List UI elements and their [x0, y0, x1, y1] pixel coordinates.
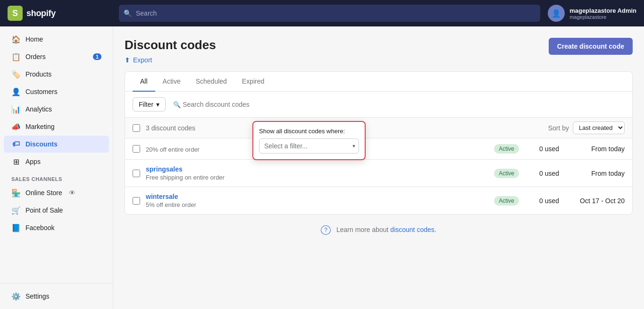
- logo-text: shopify: [26, 9, 56, 18]
- filter-select[interactable]: Select a filter...: [259, 138, 359, 154]
- sidebar-item-label: Facebook: [25, 224, 54, 232]
- filter-button[interactable]: Filter ▾: [133, 97, 166, 112]
- discount-search-input[interactable]: [169, 98, 625, 111]
- tab-expired[interactable]: Expired: [234, 72, 272, 92]
- discounts-icon: 🏷: [11, 139, 21, 149]
- filter-dropdown: Show all discount codes where: Select a …: [252, 121, 366, 160]
- sidebar-item-label: Point of Sale: [25, 206, 63, 214]
- orders-icon: 📋: [11, 52, 21, 61]
- used-count: 0 used: [530, 197, 568, 205]
- home-icon: 🏠: [11, 34, 21, 44]
- sidebar-nav: 🏠 Home 📋 Orders 1 🏷️ Products 👤 Customer…: [0, 26, 113, 240]
- sidebar-item-label: Home: [25, 35, 43, 43]
- sidebar-item-products[interactable]: 🏷️ Products: [4, 66, 109, 83]
- date-range: From today: [568, 145, 625, 153]
- sort-select[interactable]: Last created: [573, 121, 625, 134]
- discount-info: wintersale 5% off entire order: [146, 193, 483, 208]
- avatar: 👤: [548, 5, 565, 22]
- sidebar-item-label: Customers: [25, 88, 58, 95]
- sidebar-item-label: Discounts: [25, 140, 58, 148]
- orders-badge: 1: [93, 53, 101, 60]
- discount-desc: Free shipping on entire order: [146, 174, 483, 181]
- table-header: 3 discount codes Sort by Last created: [125, 118, 632, 138]
- table-row: wintersale 5% off entire order Active 0 …: [125, 187, 632, 214]
- shopify-logo-icon: S: [8, 6, 23, 21]
- discount-name[interactable]: springsales: [146, 165, 483, 173]
- discount-desc: 5% off entire order: [146, 201, 483, 208]
- footer-learn-text: Learn more about: [336, 226, 390, 233]
- codes-count-label: 3 discount codes: [146, 124, 195, 132]
- point-of-sale-icon: 🛒: [11, 206, 21, 215]
- row-checkbox-0[interactable]: [133, 145, 140, 153]
- sidebar-item-discounts[interactable]: 🏷 Discounts: [4, 136, 109, 153]
- tabs-container: AllActiveScheduledExpired: [125, 72, 632, 92]
- table-row: springsales Free shipping on entire orde…: [125, 160, 632, 187]
- user-info: mageplazastore Admin mageplazastore: [569, 7, 636, 20]
- filter-dropdown-title: Show all discount codes where:: [259, 128, 359, 135]
- sidebar-item-label: Apps: [25, 158, 41, 165]
- user-store: mageplazastore: [569, 14, 636, 20]
- sidebar-item-facebook[interactable]: 📘 Facebook: [4, 219, 109, 236]
- filter-label: Filter: [139, 101, 153, 108]
- status-badge: Active: [494, 196, 519, 206]
- tab-all[interactable]: All: [133, 72, 155, 92]
- sidebar-item-label: Orders: [25, 53, 46, 60]
- page-title: Discount codes: [125, 38, 216, 52]
- sidebar-item-label: Analytics: [25, 105, 52, 113]
- sidebar-item-label: Online Store: [25, 189, 62, 197]
- products-icon: 🏷️: [11, 69, 21, 79]
- facebook-icon: 📘: [11, 223, 21, 232]
- sort-by-label: Sort by: [548, 124, 569, 132]
- filter-select-wrap: Select a filter... ▾: [259, 138, 359, 154]
- settings-icon: ⚙️: [11, 292, 21, 301]
- sidebar-item-home[interactable]: 🏠 Home: [4, 31, 109, 48]
- page-header: Discount codes ⬆ Export Create discount …: [125, 38, 633, 66]
- discount-codes-link[interactable]: discount codes.: [390, 226, 436, 233]
- create-discount-code-button[interactable]: Create discount code: [549, 38, 633, 55]
- sidebar-item-label: Products: [25, 70, 51, 78]
- tab-scheduled[interactable]: Scheduled: [188, 72, 234, 92]
- user-area: 👤 mageplazastore Admin mageplazastore: [548, 5, 636, 22]
- status-badge: Active: [494, 144, 519, 154]
- export-button[interactable]: ⬆ Export: [125, 54, 152, 66]
- analytics-icon: 📊: [11, 104, 21, 114]
- sidebar-item-marketing[interactable]: 📣 Marketing: [4, 118, 109, 135]
- online-store-icon: 🏪: [11, 188, 21, 197]
- sidebar-item-analytics[interactable]: 📊 Analytics: [4, 101, 109, 118]
- sidebar-item-label: Settings: [25, 292, 50, 300]
- discount-info: springsales Free shipping on entire orde…: [146, 165, 483, 181]
- sort-area: Sort by Last created: [548, 121, 625, 134]
- sidebar-item-customers[interactable]: 👤 Customers: [4, 83, 109, 100]
- question-icon: ?: [321, 225, 331, 235]
- discount-name[interactable]: wintersale: [146, 193, 483, 200]
- sidebar: 🏠 Home 📋 Orders 1 🏷️ Products 👤 Customer…: [0, 26, 113, 309]
- sidebar-item-orders[interactable]: 📋 Orders 1: [4, 48, 109, 65]
- export-label: Export: [133, 56, 152, 64]
- sidebar-item-apps[interactable]: ⊞ Apps: [4, 153, 109, 170]
- eye-icon: 👁: [69, 189, 75, 197]
- sidebar-item-label: Marketing: [25, 123, 54, 130]
- filter-chevron-icon: ▾: [156, 101, 159, 108]
- row-checkbox-2[interactable]: [133, 197, 140, 205]
- user-name: mageplazastore Admin: [569, 7, 636, 14]
- discount-codes-card: AllActiveScheduledExpired Filter ▾ 🔍 3 d…: [125, 71, 633, 215]
- search-input[interactable]: [119, 5, 540, 22]
- row-checkbox-1[interactable]: [133, 170, 140, 177]
- footer-learn-area: ? Learn more about discount codes.: [125, 215, 633, 245]
- customers-icon: 👤: [11, 87, 21, 96]
- main-content: Discount codes ⬆ Export Create discount …: [113, 26, 644, 309]
- search-icon: 🔍: [173, 101, 181, 108]
- toolbar: Filter ▾ 🔍: [125, 92, 632, 118]
- used-count: 0 used: [530, 145, 568, 153]
- used-count: 0 used: [530, 170, 568, 177]
- sidebar-item-settings[interactable]: ⚙️ Settings: [4, 288, 109, 305]
- page-title-area: Discount codes ⬆ Export: [125, 38, 216, 66]
- top-navigation: S shopify 🔍 👤 mageplazastore Admin magep…: [0, 0, 644, 26]
- export-icon: ⬆: [125, 56, 130, 64]
- tab-active[interactable]: Active: [155, 72, 188, 92]
- sidebar-item-online-store[interactable]: 🏪 Online Store 👁: [4, 184, 109, 201]
- sidebar-item-point-of-sale[interactable]: 🛒 Point of Sale: [4, 202, 109, 219]
- marketing-icon: 📣: [11, 122, 21, 131]
- logo-area: S shopify: [8, 6, 111, 21]
- select-all-checkbox[interactable]: [133, 124, 140, 132]
